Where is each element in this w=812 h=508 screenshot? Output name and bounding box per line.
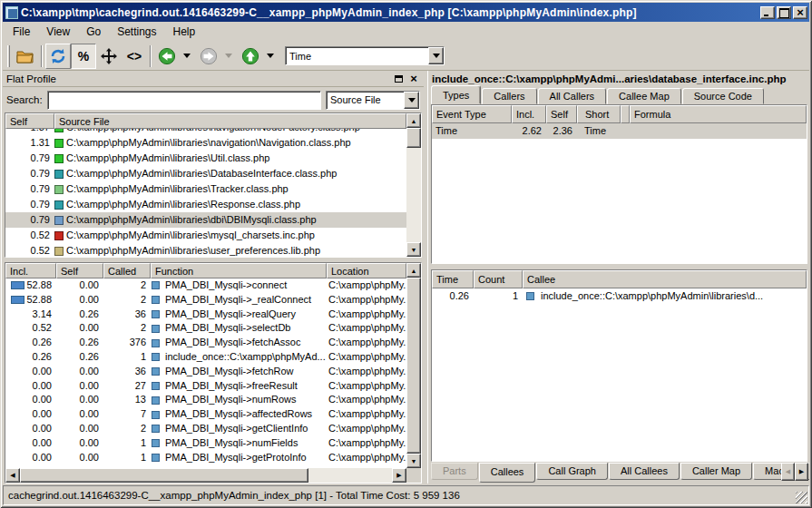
- menu-item[interactable]: Help: [165, 23, 204, 41]
- scroll-down-icon[interactable]: ▼: [406, 242, 421, 257]
- scrollbar-thumb[interactable]: [406, 128, 421, 148]
- column-header-self[interactable]: Self: [56, 263, 103, 278]
- detail-bottom-tab[interactable]: Parts: [431, 463, 478, 480]
- column-header-called[interactable]: Called: [103, 263, 151, 278]
- chevron-down-icon[interactable]: [404, 92, 419, 109]
- close-panel-button[interactable]: [407, 73, 420, 84]
- function-row[interactable]: 0.00 0.00 2 PMA_DBI_Mysqli->getClientInf…: [5, 422, 406, 436]
- function-table-vscrollbar[interactable]: ▲ ▼: [406, 263, 421, 483]
- detail-tab[interactable]: All Callers: [538, 88, 607, 104]
- forward-button[interactable]: [196, 44, 221, 69]
- column-header-time[interactable]: Time: [432, 270, 474, 288]
- scrollbar-track[interactable]: [308, 468, 392, 483]
- scroll-down-icon[interactable]: ▼: [406, 454, 421, 468]
- resize-grip[interactable]: [796, 492, 807, 503]
- scroll-right-icon[interactable]: ▶: [392, 468, 406, 483]
- source-file-row[interactable]: 0.79 C:\xampp\phpMyAdmin\libraries\Track…: [5, 181, 406, 197]
- function-row[interactable]: 52.88 0.00 2 PMA_DBI_Mysqli->_realConnec…: [5, 293, 406, 308]
- detail-bottom-tab[interactable]: Callees: [479, 463, 536, 483]
- detail-bottom-tab[interactable]: Call Graph: [536, 463, 608, 480]
- detail-tab[interactable]: Callers: [482, 88, 536, 104]
- called-count-value: 36: [103, 365, 151, 379]
- open-file-button[interactable]: [13, 44, 38, 69]
- scrollbar-thumb[interactable]: [20, 468, 308, 483]
- maximize-button[interactable]: [777, 6, 791, 19]
- column-header-function[interactable]: Function: [151, 263, 327, 278]
- forward-dropdown-icon[interactable]: [225, 54, 232, 58]
- scrollbar-track[interactable]: [406, 148, 421, 242]
- function-row[interactable]: 0.00 0.00 13 PMA_DBI_Mysqli->numRows C:\…: [5, 393, 406, 407]
- menu-item[interactable]: View: [38, 23, 78, 41]
- menu-item[interactable]: Settings: [109, 23, 164, 41]
- source-file-row[interactable]: 0.79 C:\xampp\phpMyAdmin\libraries\Datab…: [5, 166, 406, 181]
- scrollbar-thumb[interactable]: [406, 278, 421, 454]
- scroll-up-icon[interactable]: ▲: [406, 263, 421, 278]
- self-cost-value: 0.26: [56, 336, 103, 350]
- function-table-hscrollbar[interactable]: ◀ ▶: [5, 468, 406, 483]
- source-file-row[interactable]: 0.79 C:\xampp\phpMyAdmin\libraries\dbi\D…: [5, 212, 406, 228]
- expand-collapse-button[interactable]: <>: [122, 44, 147, 69]
- detail-tab[interactable]: Callee Map: [607, 88, 681, 104]
- reload-button[interactable]: [45, 44, 71, 69]
- back-dropdown-icon[interactable]: [183, 54, 191, 58]
- column-header-location[interactable]: Location: [327, 263, 406, 278]
- function-row[interactable]: 0.26 0.26 376 PMA_DBI_Mysqli->fetchAssoc…: [5, 336, 406, 350]
- column-header-self[interactable]: Self: [5, 113, 54, 129]
- column-header-incl[interactable]: Incl.: [512, 105, 546, 123]
- source-list-vscrollbar[interactable]: ▲ ▼: [406, 113, 421, 257]
- detail-bottom-tab[interactable]: All Callees: [609, 463, 680, 480]
- column-header-count[interactable]: Count: [474, 270, 523, 288]
- detail-tab[interactable]: Types: [431, 85, 481, 104]
- function-row[interactable]: 0.00 0.00 1 PMA_DBI_Mysqli->getProtoInfo…: [5, 451, 406, 465]
- column-header-source-file[interactable]: Source File: [54, 113, 406, 129]
- function-row[interactable]: 0.00 0.00 27 PMA_DBI_Mysqli->freeResult …: [5, 379, 406, 394]
- column-header-incl[interactable]: Incl.: [5, 263, 56, 278]
- source-file-row[interactable]: 0.52 C:\xampp\phpMyAdmin\libraries\user_…: [5, 243, 406, 257]
- up-button[interactable]: [238, 44, 263, 69]
- source-file-row[interactable]: 1.37 C:\xampp\phpMyAdmin\libraries\navig…: [5, 129, 406, 135]
- tab-scroll-left-icon[interactable]: ◀: [781, 463, 795, 481]
- float-panel-button[interactable]: [392, 73, 405, 84]
- source-file-path: C:\xampp\phpMyAdmin\libraries\navigation…: [66, 135, 351, 151]
- function-row[interactable]: 0.00 0.00 7 PMA_DBI_Mysqli->affectedRows…: [5, 407, 406, 422]
- event-type-combobox[interactable]: Time: [285, 46, 445, 65]
- column-header-self[interactable]: Self: [546, 105, 577, 123]
- percent-toggle-button[interactable]: %: [71, 44, 96, 69]
- column-header-event-type[interactable]: Event Type: [432, 105, 512, 123]
- menu-item[interactable]: Go: [78, 23, 109, 41]
- source-file-row[interactable]: 0.79 C:\xampp\phpMyAdmin\libraries\Respo…: [5, 197, 406, 212]
- self-cost-value: 0.79: [5, 151, 54, 166]
- grouping-combobox[interactable]: Source File: [326, 91, 420, 110]
- minimize-button[interactable]: [760, 6, 775, 19]
- scroll-up-icon[interactable]: ▲: [406, 113, 421, 128]
- close-button[interactable]: [793, 6, 807, 19]
- incl-cost-value: 2.62: [512, 123, 546, 139]
- dock-title-bar[interactable]: Flat Profile: [3, 71, 424, 87]
- detail-bottom-tab[interactable]: Caller Map: [680, 463, 752, 480]
- search-input[interactable]: [47, 91, 321, 110]
- menu-item[interactable]: File: [5, 23, 38, 41]
- function-row[interactable]: 0.00 0.00 1 PMA_DBI_Mysqli->numFields C:…: [5, 436, 406, 451]
- scroll-left-icon[interactable]: ◀: [5, 468, 20, 483]
- source-file-row[interactable]: 0.79 C:\xampp\phpMyAdmin\libraries\Util.…: [5, 151, 406, 166]
- title-bar[interactable]: C:\xampp\tmp\cachegrind.out.1416463299-C…: [3, 3, 809, 22]
- function-row[interactable]: 0.26 0.26 1 include_once::C:\xampp\phpMy…: [5, 350, 406, 365]
- toolbar-handle[interactable]: [7, 45, 10, 67]
- up-dropdown-icon[interactable]: [267, 54, 274, 58]
- column-header-formula[interactable]: Formula: [630, 105, 807, 123]
- callee-row[interactable]: 0.26 1 include_once::C:\xampp\phpMyAdmin…: [432, 288, 807, 303]
- detail-tab[interactable]: Source Code: [682, 88, 764, 104]
- chevron-down-icon[interactable]: [428, 47, 444, 64]
- tab-scroll-right-icon[interactable]: ▶: [795, 463, 808, 481]
- column-header-callee[interactable]: Callee: [523, 270, 807, 288]
- event-type-row[interactable]: Time 2.62 2.36 Time: [432, 123, 807, 139]
- source-file-row[interactable]: 1.31 C:\xampp\phpMyAdmin\libraries\navig…: [5, 135, 406, 151]
- dock-layout-button[interactable]: [96, 44, 122, 69]
- function-row[interactable]: 3.14 0.26 36 PMA_DBI_Mysqli->realQuery C…: [5, 308, 406, 322]
- function-row[interactable]: 0.52 0.00 2 PMA_DBI_Mysqli->selectDb C:\…: [5, 321, 406, 336]
- function-row[interactable]: 52.88 0.00 2 PMA_DBI_Mysqli->connect C:\…: [5, 278, 406, 293]
- column-header-short[interactable]: Short: [577, 105, 621, 123]
- source-file-row[interactable]: 0.52 C:\xampp\phpMyAdmin\libraries\mysql…: [5, 228, 406, 243]
- back-button[interactable]: [154, 44, 180, 69]
- function-row[interactable]: 0.00 0.00 36 PMA_DBI_Mysqli->fetchRow C:…: [5, 365, 406, 379]
